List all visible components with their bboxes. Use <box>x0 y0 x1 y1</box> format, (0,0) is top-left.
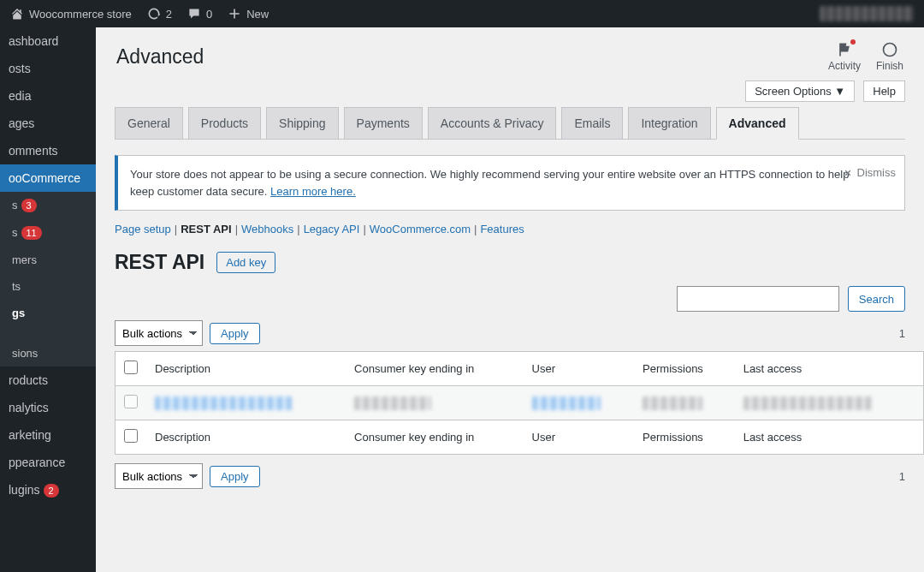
screen-options-button[interactable]: Screen Options ▼ <box>745 80 855 102</box>
comments-count: 0 <box>206 8 212 21</box>
updates-count: 2 <box>166 8 172 21</box>
sidebar-item[interactable]: arketing <box>0 421 96 449</box>
item-count-bottom: 1 <box>899 470 905 483</box>
sidebar-item[interactable]: lugins2 <box>0 476 96 504</box>
site-name: Woocommerce store <box>29 8 132 21</box>
site-link[interactable]: Woocommerce store <box>10 7 132 21</box>
apply-button-bottom[interactable]: Apply <box>210 466 260 487</box>
finish-label: Finish <box>876 60 903 72</box>
tab-accounts-privacy[interactable]: Accounts & Privacy <box>428 107 557 139</box>
redacted-consumer-key <box>354 396 431 410</box>
item-count-top: 1 <box>899 327 905 340</box>
updates-link[interactable]: 2 <box>147 7 172 21</box>
flag-icon <box>836 41 853 58</box>
col-last-access-foot: Last access <box>735 420 924 455</box>
subtab-webhooks[interactable]: Webhooks <box>241 223 293 235</box>
sidebar-item[interactable]: edia <box>0 82 96 110</box>
admin-sidebar: ashboardostsediaagesommentsooCommerces3s… <box>0 27 96 572</box>
select-all-bottom[interactable] <box>124 429 138 443</box>
finish-setup[interactable]: Finish <box>876 41 903 72</box>
sidebar-item[interactable]: sions <box>0 340 96 366</box>
col-description-foot: Description <box>146 420 346 455</box>
new-label: New <box>246 8 269 21</box>
new-link[interactable]: New <box>228 7 269 21</box>
search-input[interactable] <box>677 286 839 312</box>
redacted-description <box>155 396 292 410</box>
user-info-redacted <box>820 6 914 21</box>
bulk-action-select-top[interactable]: Bulk actions <box>115 320 203 346</box>
badge: 11 <box>21 226 42 240</box>
advanced-subtabs: Page setup|REST API|Webhooks|Legacy API|… <box>115 223 905 235</box>
badge: 2 <box>44 484 59 498</box>
sidebar-item[interactable]: osts <box>0 55 96 82</box>
row-checkbox[interactable] <box>124 395 138 408</box>
sidebar-item[interactable]: roducts <box>0 366 96 394</box>
col-user-foot: User <box>524 420 635 455</box>
redacted-permissions <box>643 396 702 410</box>
sidebar-item[interactable]: s3 <box>0 192 96 219</box>
sidebar-item[interactable]: mers <box>0 247 96 273</box>
tab-general[interactable]: General <box>115 107 183 139</box>
notice-learn-more[interactable]: Learn more here. <box>270 185 356 198</box>
plus-icon <box>228 7 241 21</box>
redacted-last-access <box>743 396 872 410</box>
help-button[interactable]: Help <box>863 80 905 102</box>
add-key-button[interactable]: Add key <box>216 252 275 273</box>
col-permissions[interactable]: Permissions <box>634 352 735 386</box>
badge: 3 <box>21 199 37 212</box>
dismiss-label: Dismiss <box>857 164 897 182</box>
sidebar-item[interactable]: ashboard <box>0 27 96 55</box>
page-title: Advanced <box>116 45 204 69</box>
sidebar-item[interactable] <box>0 326 96 340</box>
https-notice: Your store does not appear to be using a… <box>115 155 905 211</box>
settings-tabs: GeneralProductsShippingPaymentsAccounts … <box>115 107 905 140</box>
update-icon <box>147 7 161 21</box>
circle-icon <box>881 41 898 58</box>
api-keys-table: Description Consumer key ending in User … <box>115 351 924 455</box>
svg-point-0 <box>883 44 896 57</box>
redacted-user <box>532 396 601 410</box>
subtab-page-setup[interactable]: Page setup <box>115 223 171 235</box>
activity-panel[interactable]: Activity <box>828 41 861 72</box>
subtab-features[interactable]: Features <box>480 223 524 235</box>
col-user[interactable]: User <box>524 352 635 386</box>
sidebar-item[interactable]: ts <box>0 273 96 300</box>
close-icon <box>842 167 854 179</box>
subtab-legacy-api[interactable]: Legacy API <box>304 223 360 235</box>
sidebar-item[interactable]: nalytics <box>0 394 96 421</box>
subtab-rest-api: REST API <box>181 223 231 235</box>
col-permissions-foot: Permissions <box>634 420 735 455</box>
section-title: REST API <box>115 251 204 274</box>
col-consumer-key-foot: Consumer key ending in <box>346 420 523 455</box>
activity-label: Activity <box>828 60 861 72</box>
tab-emails[interactable]: Emails <box>561 107 623 139</box>
sidebar-item[interactable]: ppearance <box>0 449 96 476</box>
sidebar-item[interactable]: gs <box>0 300 96 326</box>
tab-products[interactable]: Products <box>188 107 261 139</box>
tab-shipping[interactable]: Shipping <box>266 107 339 139</box>
select-all-top[interactable] <box>124 360 138 374</box>
notice-text: Your store does not appear to be using a… <box>130 168 849 198</box>
adminbar: Woocommerce store 2 0 New <box>0 0 924 27</box>
sidebar-item[interactable]: omments <box>0 137 96 164</box>
tab-payments[interactable]: Payments <box>344 107 423 139</box>
search-button[interactable]: Search <box>848 286 905 312</box>
sidebar-item[interactable]: ooCommerce <box>0 164 96 192</box>
sidebar-item[interactable]: ages <box>0 110 96 137</box>
col-consumer-key[interactable]: Consumer key ending in <box>346 352 523 386</box>
comment-icon <box>187 7 201 21</box>
apply-button-top[interactable]: Apply <box>210 323 260 344</box>
main-content: Advanced Activity Finish Screen Options … <box>96 27 924 572</box>
tab-integration[interactable]: Integration <box>628 107 710 139</box>
bulk-action-select-bottom[interactable]: Bulk actions <box>115 463 203 489</box>
sidebar-item[interactable]: s11 <box>0 219 96 247</box>
tab-advanced[interactable]: Advanced <box>716 107 799 140</box>
col-last-access[interactable]: Last access <box>735 352 924 386</box>
table-row[interactable] <box>116 386 924 420</box>
home-icon <box>10 7 24 21</box>
col-description[interactable]: Description <box>146 352 346 386</box>
comments-link[interactable]: 0 <box>187 7 212 21</box>
dismiss-button[interactable]: Dismiss <box>842 164 897 182</box>
subtab-woocommerce-com[interactable]: WooCommerce.com <box>370 223 471 235</box>
